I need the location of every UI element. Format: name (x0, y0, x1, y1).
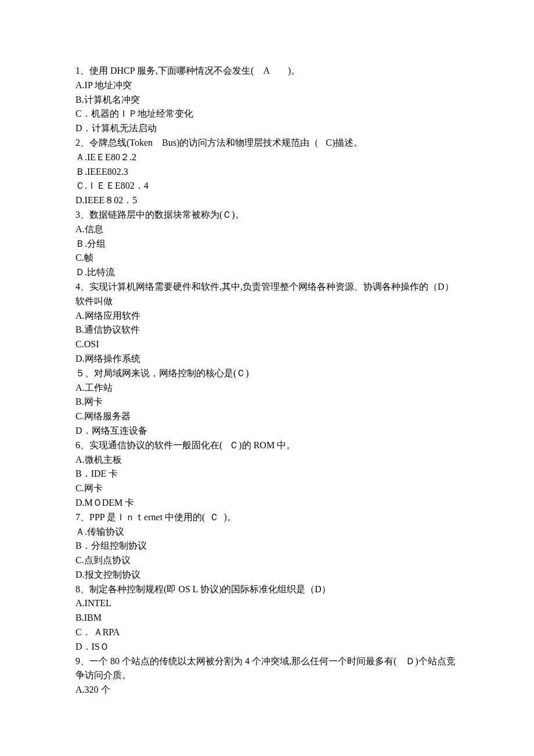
question-6-option-a: A.微机主板 (75, 453, 459, 467)
question-2-stem: 2、令牌总线(Token Bus)的访问方法和物理层技术规范由（ C)描述。 (75, 136, 459, 150)
question-4-option-d: D.网络操作系统 (75, 352, 459, 366)
question-6-option-c: C.网卡 (75, 481, 459, 496)
question-4-option-a: A.网络应用软件 (75, 309, 459, 323)
question-8-option-d: D．ISＯ (75, 640, 459, 654)
question-5-option-a: A.工作站 (75, 381, 459, 395)
question-5-option-c: C.网络服务器 (75, 409, 459, 424)
question-3-option-c: C.帧 (75, 251, 459, 265)
question-5-option-b: B.网卡 (75, 395, 459, 409)
question-3-stem: 3、数据链路层中的数据块常被称为(Ｃ)。 (75, 208, 459, 222)
question-3-option-d: Ｄ.比特流 (75, 265, 459, 280)
question-5-option-d: D．网络互连设备 (75, 424, 459, 438)
question-1-stem: 1、使用 DHCP 服务,下面哪种情况不会发生( A )。 (75, 64, 459, 78)
question-1-option-a: A.IP 地址冲突 (75, 78, 459, 93)
question-4-stem: 4、实现计算机网络需要硬件和软件,其中,负责管理整个网络各种资源、协调各种操作的… (75, 280, 459, 309)
question-7-option-d: D.报文控制协议 (75, 568, 459, 582)
question-2-option-a: Ａ.IEＥE80２.2 (75, 150, 459, 165)
question-4-option-b: B.通信协议软件 (75, 323, 459, 337)
question-9-option-a: A.320 个 (75, 683, 459, 697)
question-5-stem: ５、对局域网来说，网络控制的核心是(Ｃ) (75, 366, 459, 381)
question-9-stem: 9、一个 80 个站点的传统以太网被分割为 4 个冲突域,那么任何一个时间最多有… (75, 654, 459, 683)
question-7-option-a: Ａ.传输协议 (75, 525, 459, 539)
question-3-option-a: A.信息 (75, 222, 459, 237)
question-2-option-d: D.IEEE８02．5 (75, 193, 459, 208)
question-2-option-c: Ｃ.ＩＥＥE802．4 (75, 179, 459, 193)
question-7-option-c: C.点到点协议 (75, 553, 459, 568)
question-1-option-c: C．机器的ＩＰ地址经常变化 (75, 107, 459, 121)
question-3-option-b: Ｂ.分组 (75, 237, 459, 251)
question-1-option-d: D．计算机无法启动 (75, 121, 459, 136)
question-7-stem: 7、PPP 是Ｉｎｔernet 中使用的( Ｃ )。 (75, 510, 459, 525)
question-8-option-c: C． ＡRPA (75, 625, 459, 640)
question-1-option-b: B.计算机名冲突 (75, 93, 459, 107)
question-2-option-b: Ｂ.IEEE802.3 (75, 165, 459, 179)
question-6-option-d: D.MＯDEM 卡 (75, 496, 459, 510)
question-8-option-b: B.IBM (75, 611, 459, 625)
question-8-option-a: A.INTEL (75, 596, 459, 611)
question-6-stem: 6、实现通信协议的软件一般固化在( Ｃ)的 ROM 中。 (75, 438, 459, 453)
question-4-option-c: C.OSI (75, 337, 459, 352)
question-7-option-b: B．分组控制协议 (75, 539, 459, 553)
document-page: 1、使用 DHCP 服务,下面哪种情况不会发生( A )。 A.IP 地址冲突 … (0, 0, 534, 756)
question-8-stem: 8、制定各种控制规程(即 OS L 协议)的国际标准化组织是（D） (75, 582, 459, 597)
question-6-option-b: B．IDE 卡 (75, 467, 459, 481)
